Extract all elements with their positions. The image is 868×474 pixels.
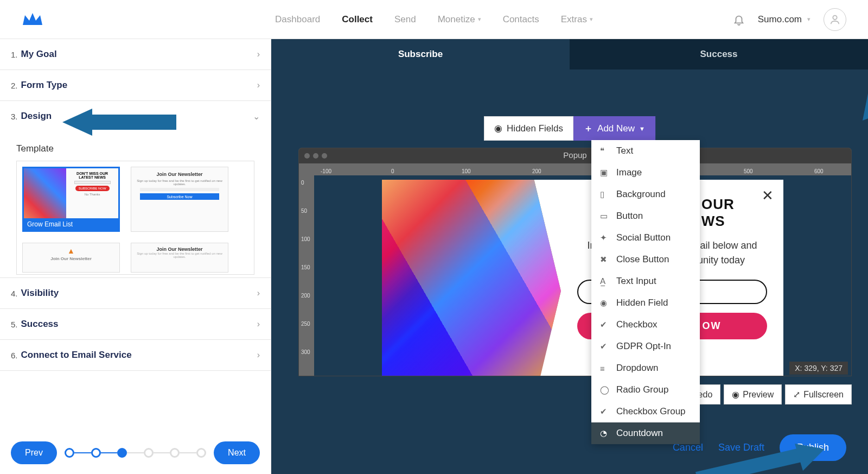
- dd-close-button[interactable]: ✖Close Button: [591, 249, 700, 270]
- dd-social-button[interactable]: ✦Social Button: [591, 227, 700, 249]
- next-button[interactable]: Next: [214, 441, 260, 464]
- prev-button[interactable]: Prev: [11, 441, 57, 464]
- dd-text-input[interactable]: A̲Text Input: [591, 270, 700, 292]
- card-image: [382, 180, 561, 376]
- list-icon: ≡: [600, 364, 610, 373]
- radio-icon: ◯: [600, 385, 610, 395]
- chevron-down-icon: ▾: [478, 16, 481, 23]
- chevron-right-icon: ›: [257, 80, 260, 90]
- dd-radio-group[interactable]: ◯Radio Group: [591, 379, 700, 401]
- button-icon: ▭: [600, 211, 610, 221]
- nav-send[interactable]: Send: [394, 14, 416, 25]
- window-title: Popup: [563, 150, 586, 160]
- background-icon: ▯: [600, 189, 610, 199]
- step-my-goal[interactable]: 1. My Goal ›: [0, 39, 271, 70]
- nav-contacts[interactable]: Contacts: [503, 14, 539, 25]
- eye-icon: ◉: [494, 123, 502, 134]
- eye-icon: ◉: [600, 298, 610, 308]
- dd-gdpr[interactable]: ✔GDPR Opt-In: [591, 336, 700, 357]
- eye-icon: ◉: [732, 389, 739, 400]
- canvas-tabs: Subscribe Success: [271, 39, 868, 69]
- popup-card[interactable]: ✕ DON'T MISS OURLATEST NEWS Interested? …: [382, 180, 783, 376]
- tab-success[interactable]: Success: [570, 39, 868, 69]
- ruler-vertical: 0 50 100 150 200 250 300 350: [299, 175, 314, 376]
- template-card-1[interactable]: DON'T MISS OUR LATEST NEWS SUBSCRIBE NOW…: [22, 167, 120, 232]
- chevron-down-icon: ▾: [590, 16, 593, 23]
- text-icon: ❝: [600, 146, 610, 156]
- fullscreen-button[interactable]: ⤢Fullscreen: [785, 384, 852, 405]
- nav-dashboard[interactable]: Dashboard: [275, 14, 320, 25]
- check-icon: ✔: [600, 407, 610, 416]
- avatar[interactable]: [824, 8, 846, 31]
- dd-checkbox[interactable]: ✔Checkbox: [591, 314, 700, 336]
- social-icon: ✦: [600, 233, 610, 243]
- add-new-button[interactable]: ＋ Add New ▼: [573, 116, 655, 141]
- text-input-icon: A̲: [600, 276, 610, 286]
- template-card-2[interactable]: Join Our Newsletter Sign up today for fr…: [131, 167, 228, 232]
- dd-button[interactable]: ▭Button: [591, 205, 700, 227]
- expand-icon: ⤢: [793, 389, 800, 400]
- step-progress: [65, 447, 206, 458]
- template-caption: Grow Email List: [24, 218, 118, 230]
- bell-icon[interactable]: [733, 14, 745, 26]
- canvas-area: Subscribe Success ◉ Hidden Fields ＋ Add …: [271, 39, 868, 474]
- design-panel: Template DON'T MISS OUR LATEST NEWS SUBS…: [0, 131, 271, 278]
- dd-checkbox-group[interactable]: ✔Checkbox Group: [591, 401, 700, 422]
- close-icon[interactable]: ✕: [762, 187, 774, 204]
- image-icon: ▣: [600, 168, 610, 178]
- annotation-arrow-icon: [694, 441, 825, 474]
- clock-icon: ◔: [600, 428, 610, 438]
- check-icon: ✔: [600, 342, 610, 351]
- popup-editor-window: Popup -100 0 100 200 300 400 500 600 0 5…: [298, 148, 852, 376]
- dd-countdown[interactable]: ◔Countdown: [591, 422, 700, 444]
- warning-icon: ▲: [67, 247, 75, 255]
- template-card-3[interactable]: ▲ Join Our Newsletter: [22, 243, 120, 273]
- nav-extras[interactable]: Extras▾: [561, 14, 593, 25]
- dd-text[interactable]: ❝Text: [591, 140, 700, 162]
- caret-down-icon: ▼: [639, 125, 645, 132]
- dd-dropdown[interactable]: ≡Dropdown: [591, 357, 700, 379]
- preview-button[interactable]: ◉Preview: [724, 384, 782, 405]
- account-label: Sumo.com: [758, 14, 802, 25]
- step-form-type[interactable]: 2. Form Type ›: [0, 70, 271, 101]
- account-switcher[interactable]: Sumo.com ▾: [758, 14, 810, 25]
- ruler-horizontal: -100 0 100 200 300 400 500 600: [299, 163, 851, 175]
- chevron-right-icon: ›: [257, 350, 260, 360]
- tab-subscribe[interactable]: Subscribe: [271, 39, 570, 69]
- nav-collect[interactable]: Collect: [342, 14, 373, 25]
- add-new-dropdown: ❝Text ▣Image ▯Background ▭Button ✦Social…: [591, 140, 700, 444]
- logo-crown-icon[interactable]: [22, 12, 43, 27]
- svg-point-0: [833, 15, 837, 19]
- sidebar-footer: Prev Next: [0, 432, 271, 474]
- dd-hidden-field[interactable]: ◉Hidden Field: [591, 292, 700, 314]
- canvas-inner[interactable]: ✕ DON'T MISS OURLATEST NEWS Interested? …: [314, 175, 851, 376]
- step-success[interactable]: 5. Success ›: [0, 309, 271, 340]
- chevron-down-icon: ⌄: [253, 111, 260, 122]
- template-grid: DON'T MISS OUR LATEST NEWS SUBSCRIBE NOW…: [16, 161, 254, 275]
- dd-image[interactable]: ▣Image: [591, 162, 700, 184]
- annotation-arrow-icon: [60, 103, 179, 141]
- top-nav: Dashboard Collect Send Monetize▾ Contact…: [0, 0, 868, 39]
- check-icon: ✔: [600, 320, 610, 330]
- dd-background[interactable]: ▯Background: [591, 184, 700, 205]
- chevron-right-icon: ›: [257, 288, 260, 298]
- canvas-toolbar-bottom: Redo ◉Preview ⤢Fullscreen: [684, 384, 852, 405]
- chevron-right-icon: ›: [257, 319, 260, 329]
- annotation-arrow-icon: [857, 45, 868, 121]
- cursor-coords: X: 329, Y: 327: [789, 362, 848, 375]
- nav-monetize[interactable]: Monetize▾: [438, 14, 481, 25]
- template-heading: Template: [16, 143, 254, 154]
- window-titlebar: Popup: [299, 148, 851, 163]
- plus-icon: ＋: [584, 122, 593, 135]
- nav-items: Dashboard Collect Send Monetize▾ Contact…: [275, 14, 593, 25]
- step-visibility[interactable]: 4. Visibility ›: [0, 278, 271, 309]
- hidden-fields-button[interactable]: ◉ Hidden Fields: [484, 116, 573, 141]
- close-icon: ✖: [600, 255, 610, 264]
- template-card-4[interactable]: Join Our Newsletter Sign up today for fr…: [131, 243, 228, 273]
- chevron-right-icon: ›: [257, 49, 260, 59]
- step-connect-email[interactable]: 6. Connect to Email Service ›: [0, 340, 271, 371]
- chevron-down-icon: ▾: [807, 16, 810, 23]
- canvas-toolbar: ◉ Hidden Fields ＋ Add New ▼: [484, 116, 655, 141]
